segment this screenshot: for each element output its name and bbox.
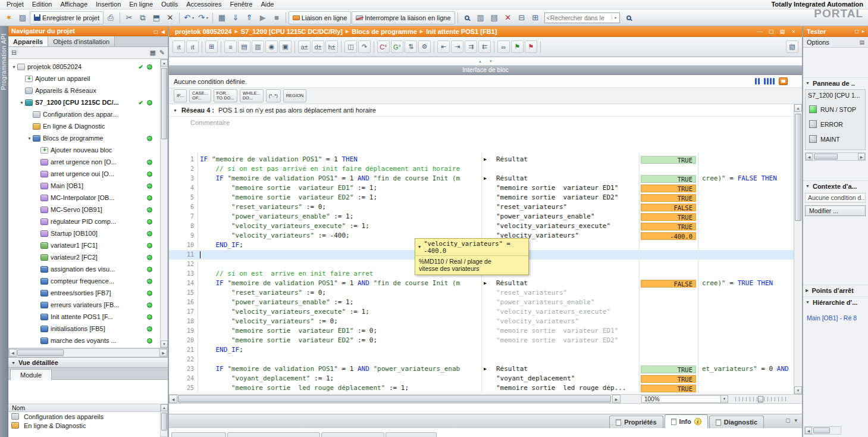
task-card-icon[interactable]: ▤	[859, 39, 864, 45]
tree-item-mc-interpolator-ob[interactable]: MC-Interpolator [OB...	[8, 192, 160, 204]
search-input[interactable]	[545, 13, 612, 22]
watch-value[interactable]: TRUE	[641, 366, 696, 373]
tree-item-s7-1200-cpu-1215c-dc[interactable]: ▼S7_1200 [CPU 1215C DC/...✔	[8, 96, 160, 108]
scrollbar-thumb[interactable]	[178, 395, 611, 402]
symbol-information-icon[interactable]: ▣	[279, 40, 292, 53]
code-line-25[interactable]: 25 "memoire sortie led rouge déplacement…	[169, 383, 794, 393]
tree-item-init-attente-pos1-f[interactable]: Init attente POS1 [F...	[8, 311, 160, 323]
code-line-4[interactable]: 4 "memoire sortie variateur ED1" := 1;"m…	[169, 183, 794, 193]
tree-item-startup-ob100[interactable]: Startup [OB100]	[8, 227, 160, 239]
tree-item-mc-servo-ob91[interactable]: MC-Servo [OB91]	[8, 204, 160, 216]
minimize-icon[interactable]: —	[756, 29, 763, 35]
code-line-20[interactable]: 20 "memoire sortie variateur ED2" := 0;"…	[169, 336, 794, 345]
new-project-icon[interactable]: ✶	[2, 11, 15, 24]
code-line-7[interactable]: 7 "power_variateurs_enable" := 1;"power_…	[169, 212, 794, 221]
watch-value[interactable]: TRUE	[641, 223, 696, 230]
code-line-23[interactable]: 23 IF "memoire de validation POS1" = 1 A…	[169, 364, 794, 374]
scroll-up-icon[interactable]: ▲	[161, 404, 168, 411]
breadcrumb-projetok-08052024[interactable]: projetok 08052024	[175, 28, 231, 35]
cpu-panel-hscrollbar[interactable]: ◀ ▶	[805, 152, 866, 161]
menu-outils[interactable]: Outils	[157, 1, 182, 8]
flag-red-icon[interactable]: ⚑	[525, 40, 537, 53]
filter-icon[interactable]: ⊟	[11, 49, 17, 57]
tree-item-compteur-frequence[interactable]: compteur frequence...	[8, 275, 160, 287]
scrollbar-thumb[interactable]	[814, 154, 838, 160]
tree-item-marche-des-voyants[interactable]: marche des voyants ...	[8, 335, 160, 347]
accessible-devices-icon[interactable]	[460, 11, 474, 24]
tab-proprietes[interactable]: Propriétés	[609, 416, 663, 428]
watch-value[interactable]: FALSE	[641, 204, 696, 211]
compile-block-icon[interactable]: ⚙	[418, 40, 431, 53]
redo-icon[interactable]: ↷▾	[196, 11, 210, 24]
code-line-24[interactable]: 24 "voyant_deplacement" := 1;"voyant_dep…	[169, 374, 794, 383]
float-panel-icon[interactable]: ▢	[854, 29, 859, 34]
tree-item-blocs-de-programme[interactable]: ▼Blocs de programme	[8, 132, 160, 144]
jump-to-label-icon[interactable]: ↷	[358, 40, 371, 53]
scroll-up-icon[interactable]: ▲	[794, 104, 802, 112]
upload-from-device-icon[interactable]: ⇑	[243, 11, 256, 24]
network-header[interactable]: ▼ Réseau 4 : POS 1 si on n'y est pas alo…	[169, 104, 794, 117]
outdent-icon[interactable]: ⇇	[478, 40, 491, 53]
snippet-region[interactable]: REGION	[283, 89, 307, 102]
tab-diagnostic[interactable]: Diagnostic	[709, 416, 764, 428]
tree-expander-icon[interactable]: ▼	[18, 101, 25, 105]
tree-item-erreurs-variateurs-fb[interactable]: erreurs variateurs [FB...	[8, 299, 160, 311]
section-call-context[interactable]: ▼ Contexte d'a...	[803, 180, 868, 191]
go-online-button[interactable]: Liaison en ligne	[289, 11, 351, 24]
tree-item-en-ligne-diagnostic[interactable]: En ligne & Diagnostic	[8, 120, 160, 132]
tree-item-ajouter-un-appareil[interactable]: Ajouter un appareil	[8, 73, 160, 85]
detail-view-header[interactable]: ▼ Vue détaillée	[8, 357, 168, 368]
save-project-button[interactable]: Enregistrer le projet	[30, 11, 104, 24]
tree-item-arret-urgence-oui-o[interactable]: arret urgence oui [O...	[8, 168, 160, 180]
block-interface-bar[interactable]: Interface de bloc	[169, 65, 802, 75]
detail-row-configuration-des-appareils[interactable]: Configuration des appareils	[8, 412, 160, 421]
compile-icon[interactable]: ▦	[215, 11, 228, 24]
update-block-calls-icon[interactable]: ⇅	[405, 40, 417, 53]
tree-item-main-ob1[interactable]: Main [OB1]	[8, 180, 160, 192]
detail-row-en-ligne-diagnostic[interactable]: En ligne & Diagnostic	[8, 421, 160, 430]
copy-icon[interactable]: ⧉	[136, 11, 149, 24]
view-options-icon[interactable]: ▦	[149, 49, 155, 57]
tree-item-initialisations-fb5[interactable]: initialisations [FB5]	[8, 323, 160, 335]
watch-value[interactable]: -400.0	[641, 232, 696, 240]
modify-button[interactable]: Modifier ...	[805, 205, 866, 216]
scroll-right-icon[interactable]: ▶	[858, 153, 865, 160]
scroll-left-icon[interactable]: ◀	[9, 349, 17, 357]
menu-edition[interactable]: Edition	[28, 1, 57, 8]
code-line-5[interactable]: 5 "memoire sortie variateur ED2" := 1;"m…	[169, 193, 794, 202]
condition-settings-icon[interactable]	[779, 77, 788, 85]
indent-icon[interactable]: ⇉	[465, 40, 477, 53]
scroll-left-icon[interactable]: ◀	[805, 427, 812, 434]
menu-projet[interactable]: Projet	[2, 1, 28, 8]
display-format-dec-icon[interactable]: d±	[312, 40, 324, 53]
download-to-device-icon[interactable]: ⇓	[229, 11, 242, 24]
menu-fenetre[interactable]: Fenêtre	[225, 1, 256, 8]
display-format-hex-icon[interactable]: h±	[325, 40, 338, 53]
code-line-3[interactable]: 3 IF "memoire de validation POS1" = 1 AN…	[169, 174, 794, 183]
network-sequence-icon[interactable]: ≡	[224, 40, 237, 53]
split-vertical-icon[interactable]: ⊞	[529, 11, 542, 24]
zoom-dropdown-icon[interactable]: ▼	[720, 395, 728, 403]
scroll-up-icon[interactable]: ▲	[161, 60, 168, 67]
watch-value[interactable]: FALSE	[641, 280, 696, 288]
tree-item-variateur1-fc1[interactable]: variateur1 [FC1]	[8, 239, 160, 251]
zoom-selector[interactable]: 100% ▼	[641, 395, 728, 403]
tree-item-configuration-des-appar[interactable]: Configuration des appar...	[8, 108, 160, 120]
start-simulation-icon[interactable]: ▥	[474, 11, 487, 24]
paste-icon[interactable]: ⬒	[150, 11, 163, 24]
split-icon[interactable]: ▤	[779, 29, 786, 35]
section-breakpoints[interactable]: ▶ Points d'arrêt	[803, 285, 868, 295]
scrollbar-thumb[interactable]	[813, 427, 830, 433]
watch-value[interactable]: TRUE	[641, 213, 696, 221]
scl-code-area[interactable]: 1IF "memoire de validation POS1" = 1 THE…	[169, 129, 802, 394]
scroll-down-icon[interactable]: ▼	[794, 386, 802, 394]
tree-item-entrees-sorties-fb7[interactable]: entrees/sorties [FB7]	[8, 287, 160, 299]
code-line-19[interactable]: 19 "memoire sortie variateur ED1" := 0;"…	[169, 326, 794, 336]
code-line-22[interactable]: 22	[169, 355, 794, 364]
code-line-16[interactable]: 16 "power_variateurs_enable" := 1;"power…	[169, 298, 794, 307]
delete-icon[interactable]: ✕	[164, 11, 177, 24]
search-dropdown-icon[interactable]: ▾	[612, 15, 619, 20]
tree-item-variateur2-fc2[interactable]: variateur2 [FC2]	[8, 251, 160, 263]
watch-value[interactable]: TRUE	[641, 375, 696, 383]
go-offline-button[interactable]: Interrompre la liaison en ligne	[352, 11, 455, 24]
